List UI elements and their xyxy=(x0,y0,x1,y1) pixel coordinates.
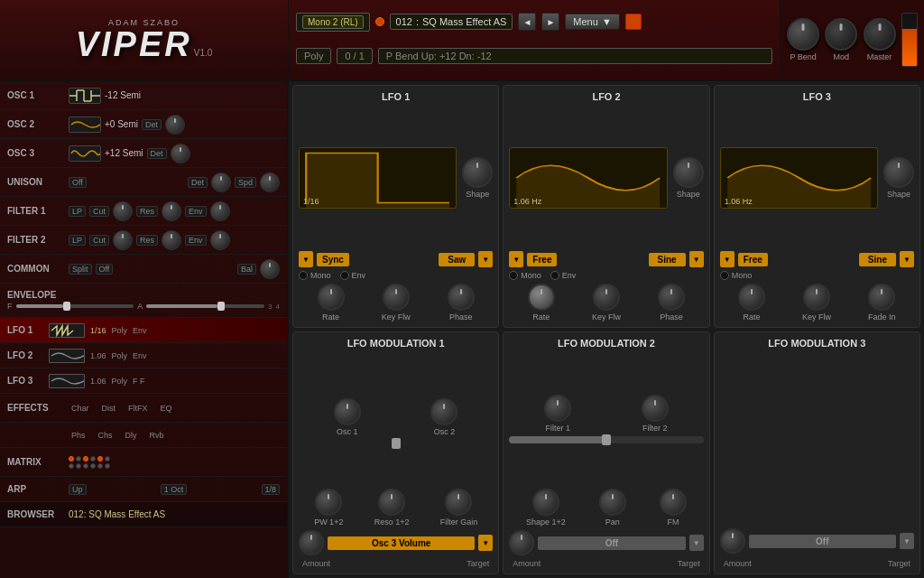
unison-det-knob[interactable] xyxy=(211,172,231,192)
lfo2-wave-arrow[interactable]: ▼ xyxy=(689,251,704,267)
lfo1-wave-arrow[interactable]: ▼ xyxy=(478,251,493,267)
mod1-target-select[interactable]: Osc 3 Volume xyxy=(328,536,475,550)
osc3-det-knob[interactable] xyxy=(171,144,190,163)
matrix-dot[interactable] xyxy=(69,456,74,461)
matrix-dot[interactable] xyxy=(90,456,96,461)
lfo3-mono-radio[interactable]: Mono xyxy=(720,271,753,280)
matrix-dot[interactable] xyxy=(97,463,103,469)
osc2-waveform[interactable] xyxy=(69,117,101,133)
lfo1-left-label: LFO 1 xyxy=(7,325,43,335)
mod2-target-arrow[interactable]: ▼ xyxy=(689,535,704,551)
mod1-osc1-knob[interactable] xyxy=(334,398,361,425)
matrix-dot[interactable] xyxy=(83,463,88,469)
lfo3-fadein-knob[interactable] xyxy=(868,284,895,311)
matrix-dot[interactable] xyxy=(97,456,103,461)
lfo2-sync-select[interactable]: Free xyxy=(527,253,557,266)
filter1-res-knob[interactable] xyxy=(162,201,181,221)
prev-preset-button[interactable]: ◄ xyxy=(518,13,536,31)
matrix-dot[interactable] xyxy=(76,463,81,469)
mod1-amount-knob[interactable] xyxy=(299,530,324,555)
osc2-det-knob[interactable] xyxy=(165,115,185,135)
eq-button[interactable]: EQ xyxy=(158,403,175,414)
mod2-filter-slider[interactable] xyxy=(509,436,703,443)
lfo3-shape-knob[interactable] xyxy=(883,157,914,188)
phs-button[interactable]: Phs xyxy=(69,430,88,441)
dly-button[interactable]: Dly xyxy=(123,430,140,441)
mod1-pw-knob[interactable] xyxy=(315,489,342,516)
lfo2-shape-knob[interactable] xyxy=(673,157,704,188)
lfo2-rate-knob[interactable] xyxy=(528,284,555,311)
mod1-osc2-knob[interactable] xyxy=(430,398,457,425)
osc1-waveform[interactable] xyxy=(69,88,101,104)
common-bal-knob[interactable] xyxy=(260,259,280,279)
lfo1-keyflw-knob[interactable] xyxy=(383,284,410,311)
lfo1-sync-arrow[interactable]: ▼ xyxy=(299,251,313,267)
filter1-cut-knob[interactable] xyxy=(113,201,133,221)
filter2-env-knob[interactable] xyxy=(210,230,230,250)
mod1-fgain-knob[interactable] xyxy=(445,489,472,516)
mod2-filter2-knob[interactable] xyxy=(642,395,669,422)
matrix-dot[interactable] xyxy=(90,463,96,469)
master-knob[interactable] xyxy=(864,18,896,51)
mod2-amount-knob[interactable] xyxy=(509,530,534,555)
mode-badge: Mono 2 (RL) xyxy=(302,15,364,29)
mod2-target-select[interactable]: Off xyxy=(538,536,685,550)
browser-preset[interactable]: 012: SQ Mass Effect AS xyxy=(69,509,165,519)
mod1-reso-knob[interactable] xyxy=(378,489,405,516)
matrix-dot[interactable] xyxy=(83,456,88,461)
lfo3-sync-select[interactable]: Free xyxy=(738,253,768,266)
filter2-res-knob[interactable] xyxy=(162,230,181,250)
env-f-slider[interactable] xyxy=(63,302,70,311)
matrix-dot[interactable] xyxy=(105,463,110,469)
menu-button[interactable]: Menu ▼ xyxy=(565,14,619,30)
lfo1-sync-select[interactable]: Sync xyxy=(317,253,349,266)
env-a-slider[interactable] xyxy=(217,302,225,311)
filter2-cut-knob[interactable] xyxy=(113,230,133,250)
dist-button[interactable]: Dist xyxy=(99,403,119,414)
next-preset-button[interactable]: ► xyxy=(541,13,559,31)
fltfx-button[interactable]: FltFX xyxy=(125,403,151,414)
matrix-dot[interactable] xyxy=(69,463,74,469)
chs-button[interactable]: Chs xyxy=(96,430,116,441)
lfo3-left-row[interactable]: LFO 3 1.06 Poly F F xyxy=(0,368,287,394)
mod-knob[interactable] xyxy=(825,18,857,51)
lfo2-wave-select[interactable]: Sine xyxy=(649,253,686,266)
mod3-target-arrow[interactable]: ▼ xyxy=(900,533,914,549)
osc3-waveform[interactable] xyxy=(69,145,101,162)
char-button[interactable]: Char xyxy=(69,403,92,414)
matrix-dot[interactable] xyxy=(105,456,110,461)
unison-spd-knob[interactable] xyxy=(260,172,280,192)
mod2-filter1-knob[interactable] xyxy=(544,395,571,422)
lfo2-sync-arrow[interactable]: ▼ xyxy=(509,251,523,267)
lfo2-env-radio[interactable]: Env xyxy=(550,271,577,280)
mod2-fm-knob[interactable] xyxy=(660,489,687,516)
lfo3-fadein-label: Fade In xyxy=(868,312,896,322)
rvb-button[interactable]: Rvb xyxy=(147,430,167,441)
lfo3-keyflw-knob[interactable] xyxy=(803,284,830,311)
lfo1-mono-radio[interactable]: Mono xyxy=(299,271,331,280)
lfo1-rate-knob[interactable] xyxy=(318,284,345,311)
lfo2-keyflw-knob[interactable] xyxy=(593,284,620,311)
mod1-target-arrow[interactable]: ▼ xyxy=(478,535,493,551)
pbend-knob[interactable] xyxy=(787,18,819,51)
lfo3-wave-select[interactable]: Sine xyxy=(859,253,896,266)
mod2-pan-knob[interactable] xyxy=(599,489,626,516)
filter1-env-knob[interactable] xyxy=(210,201,230,221)
lfo1-left-row[interactable]: LFO 1 1/16 Poly Env xyxy=(0,318,287,343)
mod3-amount-knob[interactable] xyxy=(720,528,745,554)
lfo1-env-radio[interactable]: Env xyxy=(340,271,366,280)
lfo2-phase-knob[interactable] xyxy=(658,284,685,311)
lfo3-wave-arrow[interactable]: ▼ xyxy=(900,251,914,267)
lfo1-phase-knob[interactable] xyxy=(448,284,475,311)
lfo2-mono-radio[interactable]: Mono xyxy=(509,271,541,280)
lfo3-rate-knob[interactable] xyxy=(738,284,765,311)
lfo1-shape-knob[interactable] xyxy=(462,157,493,188)
matrix-dot[interactable] xyxy=(76,456,81,461)
lfo2-left-row[interactable]: LFO 2 1.06 Poly Env xyxy=(0,343,287,368)
stop-button[interactable] xyxy=(625,14,642,30)
lfo3-sync-arrow[interactable]: ▼ xyxy=(720,251,735,267)
lfo1-wave-select[interactable]: Saw xyxy=(439,253,475,266)
mod3-target-select[interactable]: Off xyxy=(749,535,896,548)
pbend-knob-label: P Bend xyxy=(790,52,816,61)
mod2-shape-knob[interactable] xyxy=(532,489,559,516)
